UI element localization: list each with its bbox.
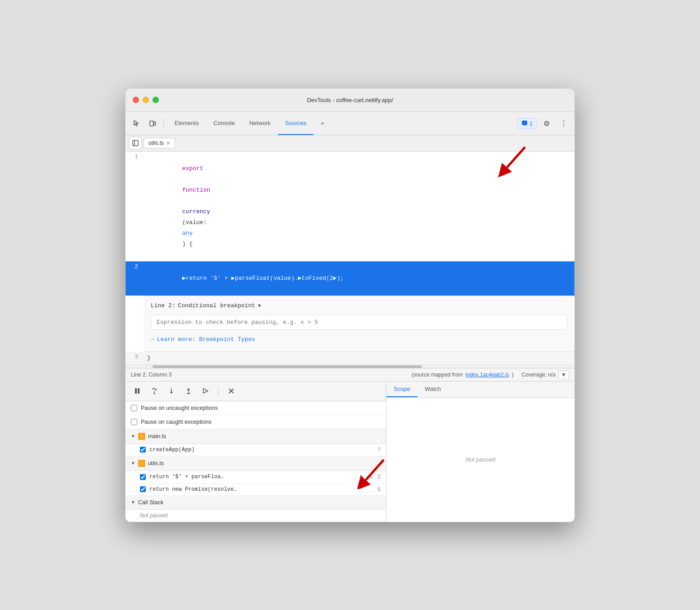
line-content-3: }	[144, 352, 574, 364]
close-button[interactable]	[133, 97, 139, 103]
right-panel: Scope Watch Not paused	[386, 381, 574, 522]
line-number-2: 2	[126, 261, 144, 272]
bp-item-utils-2-line: 6	[377, 486, 381, 493]
notification-count: 1	[529, 120, 533, 127]
breakpoint-line-label: Line 2:	[151, 301, 175, 310]
bp-item-utils-1-edit[interactable]: ✎	[359, 474, 365, 480]
svg-rect-3	[133, 140, 138, 146]
code-editor-area: 1 export function currency (value: any )…	[126, 152, 574, 522]
learn-more-text: Learn more: Breakpoint Types	[157, 335, 255, 344]
cursor-icon	[133, 120, 140, 127]
tab-elements[interactable]: Elements	[167, 112, 206, 135]
call-stack-status: Not paused	[140, 512, 167, 519]
section-name-utils: utils.ts	[148, 460, 164, 466]
step-over-button[interactable]	[148, 385, 161, 397]
line-content-2: ▶return '$' + ▶parseFloat(value).▶toFixe…	[144, 261, 574, 296]
breakpoints-panel: Pause on uncaught exceptions Pause on ca…	[126, 401, 386, 522]
scope-content: Not paused	[386, 398, 574, 522]
tab-console[interactable]: Console	[206, 112, 242, 135]
inspect-element-button[interactable]	[129, 116, 144, 130]
not-paused-text: Not paused	[466, 456, 496, 463]
debug-divider	[218, 386, 219, 395]
bp-item-main-1-checkbox[interactable]	[140, 447, 146, 453]
devtools-window: DevTools - coffee-cart.netlify.app/ Elem…	[125, 88, 575, 522]
source-mapped-file-link[interactable]: index.1ac4eab2.js	[466, 372, 509, 378]
learn-more-icon: →	[151, 335, 154, 344]
bp-item-utils-2-checkbox[interactable]	[140, 486, 146, 492]
debug-toolbar	[126, 381, 386, 401]
sidebar-toggle-button[interactable]	[129, 137, 142, 149]
file-icon-utils: ○	[138, 460, 145, 467]
code-line-2: 2 ▶return '$' + ▶parseFloat(value).▶toFi…	[126, 261, 574, 296]
scroll-thumb	[153, 365, 422, 368]
settings-button[interactable]: ⚙	[539, 116, 554, 130]
keyword-function: function	[182, 187, 210, 193]
svg-rect-6	[138, 388, 139, 394]
bp-item-utils-2: return new Promise(resolve… 6	[126, 484, 386, 496]
toolbar-divider-1	[163, 118, 164, 129]
section-name-main: main.ts	[148, 433, 166, 440]
scope-tab-scope[interactable]: Scope	[386, 381, 417, 397]
more-options-button[interactable]: ⋮	[556, 116, 571, 130]
maximize-button[interactable]	[153, 97, 159, 103]
function-name: currency	[182, 208, 210, 215]
code-editor[interactable]: 1 export function currency (value: any )…	[126, 152, 574, 368]
bp-item-main-1: createApp(App) 7	[126, 444, 386, 456]
bottom-panel: Pause on uncaught exceptions Pause on ca…	[126, 381, 574, 522]
file-tab-bar: utils.ts ×	[126, 135, 574, 152]
pause-uncaught-row: Pause on uncaught exceptions	[126, 401, 386, 415]
bp-section-main-ts[interactable]: ▼ ○ main.ts	[126, 429, 386, 444]
bp-item-main-1-code: createApp(App)	[149, 447, 374, 453]
minimize-button[interactable]	[143, 97, 149, 103]
bp-item-utils-1-checkbox[interactable]	[140, 474, 146, 480]
svg-rect-5	[135, 388, 137, 394]
pause-uncaught-checkbox[interactable]	[131, 405, 137, 411]
tab-more[interactable]: »	[314, 112, 331, 135]
bp-section-utils-ts[interactable]: ▼ ○ utils.ts	[126, 456, 386, 471]
bp-item-utils-1-code: return '$' + parseFloa…	[149, 474, 355, 480]
section-triangle-utils: ▼	[131, 461, 135, 466]
file-tab-close[interactable]: ×	[166, 140, 170, 146]
toolbar-right: 1 ⚙ ⋮	[517, 116, 571, 130]
more-options-icon: ⋮	[560, 119, 567, 128]
bp-item-utils-1-line: 2	[377, 474, 381, 480]
bp-item-utils-1: return '$' + parseFloa… ✎ × 2	[126, 471, 386, 484]
learn-more-link[interactable]: → Learn more: Breakpoint Types	[151, 335, 567, 344]
device-toolbar-button[interactable]	[145, 116, 160, 130]
coverage-button[interactable]: ▼	[558, 370, 569, 379]
traffic-lights	[133, 97, 159, 103]
tab-sources[interactable]: Sources	[278, 112, 314, 135]
title-bar: DevTools - coffee-cart.netlify.app/	[126, 89, 574, 112]
call-stack-section[interactable]: ▼ Call Stack	[126, 496, 386, 510]
horizontal-scrollbar[interactable]	[126, 364, 574, 368]
pause-button[interactable]	[131, 385, 144, 397]
section-triangle-main: ▼	[131, 434, 135, 439]
scope-tabs: Scope Watch	[386, 381, 574, 398]
file-icon-main: ○	[138, 433, 145, 440]
status-bar: Line 2, Column 3 (source mapped from ind…	[126, 368, 574, 381]
breakpoint-expression-input[interactable]	[151, 315, 567, 330]
deactivate-breakpoints-button[interactable]	[225, 385, 238, 397]
call-stack-label: Call Stack	[138, 499, 163, 506]
step-into-button[interactable]	[165, 385, 178, 397]
scope-tab-watch[interactable]: Watch	[417, 381, 448, 397]
svg-rect-1	[154, 122, 156, 125]
breakpoint-dropdown-arrow[interactable]: ▼	[258, 301, 261, 310]
message-icon	[521, 120, 528, 126]
debug-panel: Pause on uncaught exceptions Pause on ca…	[126, 381, 386, 522]
coverage-label: Coverage: n/a	[522, 372, 556, 378]
svg-rect-0	[150, 121, 153, 126]
step-button[interactable]	[199, 385, 212, 397]
file-tab-utils[interactable]: utils.ts ×	[144, 138, 175, 148]
step-out-button[interactable]	[182, 385, 195, 397]
svg-point-8	[154, 393, 155, 395]
bp-item-utils-1-delete[interactable]: ×	[369, 474, 374, 480]
call-stack-not-paused: Not paused	[126, 510, 386, 522]
pause-caught-row: Pause on caught exceptions	[126, 415, 386, 429]
breakpoint-type-label: Conditional breakpoint	[178, 301, 256, 310]
source-mapped-close: )	[512, 372, 514, 378]
panel-icon	[132, 140, 139, 146]
notification-button[interactable]: 1	[517, 118, 537, 129]
tab-network[interactable]: Network	[242, 112, 278, 135]
pause-caught-checkbox[interactable]	[131, 419, 137, 425]
